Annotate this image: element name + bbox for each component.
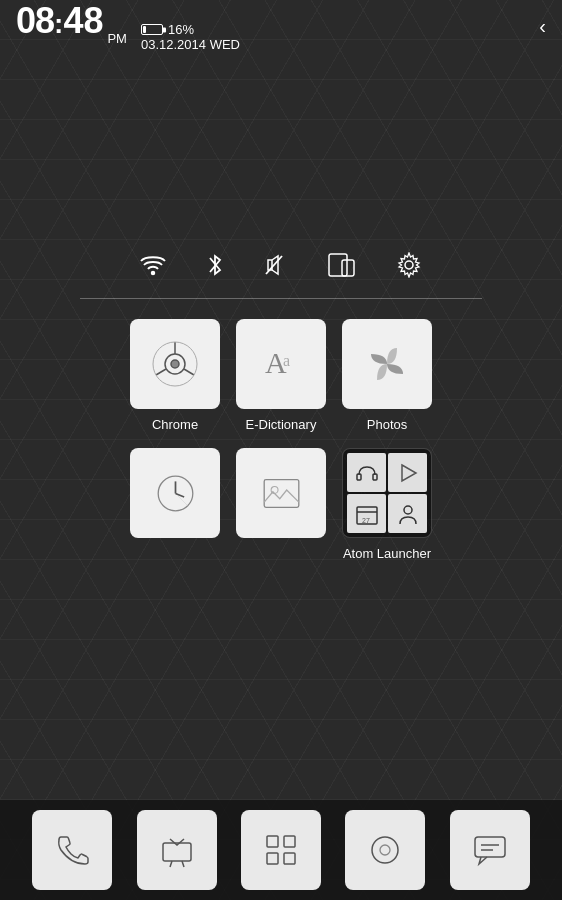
dock-chat[interactable] <box>450 810 530 890</box>
chrome-icon-bg <box>130 319 220 409</box>
time-ampm: PM <box>107 31 127 46</box>
time-hour: 08 <box>16 0 54 42</box>
battery-icon <box>141 24 163 35</box>
folder-thumb-4 <box>388 494 427 533</box>
app-landscape[interactable] <box>236 448 326 538</box>
svg-line-9 <box>156 369 166 375</box>
svg-line-27 <box>170 861 172 867</box>
chrome-label: Chrome <box>152 417 198 432</box>
svg-point-25 <box>404 506 412 514</box>
time-colon: : <box>54 8 63 40</box>
landscape-icon-bg <box>236 448 326 538</box>
svg-point-6 <box>171 360 179 368</box>
date-display: 03.12.2014 WED <box>141 37 240 52</box>
photos-label: Photos <box>367 417 407 432</box>
svg-point-34 <box>380 845 390 855</box>
dock-circle[interactable] <box>345 810 425 890</box>
battery-percent: 16% <box>168 22 194 37</box>
app-row-1: Chrome A a E-Dictionary <box>130 319 432 432</box>
folder-atom-launcher[interactable]: 27 Atom Launcher <box>342 448 432 561</box>
svg-line-8 <box>184 369 194 375</box>
dock-phone[interactable] <box>32 810 112 890</box>
mute-toggle[interactable] <box>264 252 288 278</box>
dock-tv[interactable] <box>137 810 217 890</box>
dict-label: E-Dictionary <box>246 417 317 432</box>
app-photos[interactable]: Photos <box>342 319 432 432</box>
status-bar: 08 : 48 PM 16% 03.12.2014 WED <box>0 0 562 52</box>
svg-line-15 <box>175 493 184 496</box>
folder-icon-bg: 27 <box>342 448 432 538</box>
svg-text:27: 27 <box>362 517 370 524</box>
bluetooth-toggle[interactable] <box>206 252 224 278</box>
svg-rect-30 <box>284 836 295 847</box>
folder-label: Atom Launcher <box>343 546 431 561</box>
svg-marker-21 <box>402 465 416 481</box>
svg-rect-35 <box>475 837 505 857</box>
svg-rect-29 <box>267 836 278 847</box>
bottom-dock <box>0 800 562 900</box>
svg-rect-2 <box>329 254 347 276</box>
folder-thumb-3: 27 <box>347 494 386 533</box>
svg-rect-17 <box>264 479 299 507</box>
photos-icon-bg <box>342 319 432 409</box>
svg-rect-31 <box>267 853 278 864</box>
svg-rect-3 <box>342 260 354 276</box>
quick-settings-bar <box>0 232 562 288</box>
svg-rect-32 <box>284 853 295 864</box>
svg-point-4 <box>405 261 413 269</box>
app-chrome[interactable]: Chrome <box>130 319 220 432</box>
folder-thumb-1 <box>347 453 386 492</box>
svg-point-33 <box>372 837 398 863</box>
dock-grid[interactable] <box>241 810 321 890</box>
dict-icon-bg: A a <box>236 319 326 409</box>
svg-line-28 <box>182 861 184 867</box>
svg-text:a: a <box>283 352 290 369</box>
qs-divider <box>80 298 482 299</box>
svg-point-0 <box>152 272 155 275</box>
clock-icon-bg <box>130 448 220 538</box>
settings-toggle[interactable] <box>396 252 422 278</box>
time-minute: 48 <box>63 0 103 42</box>
wifi-toggle[interactable] <box>140 254 166 276</box>
app-clock[interactable] <box>130 448 220 538</box>
display-toggle[interactable] <box>328 252 356 278</box>
app-grid: Chrome A a E-Dictionary <box>0 319 562 561</box>
app-e-dictionary[interactable]: A a E-Dictionary <box>236 319 326 432</box>
back-button[interactable]: ‹ <box>539 15 546 38</box>
folder-thumb-2 <box>388 453 427 492</box>
app-row-2: 27 Atom Launcher <box>130 448 432 561</box>
